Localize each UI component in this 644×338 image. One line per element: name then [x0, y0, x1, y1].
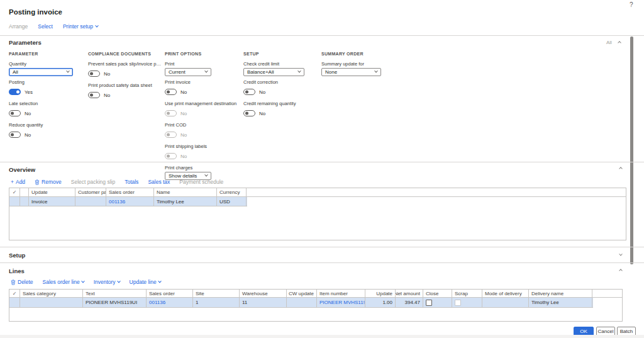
select-all-column[interactable]: ✓ — [9, 290, 20, 297]
credit-correction-toggle[interactable]: No — [243, 89, 265, 96]
print-cod-field: Print COD No — [165, 122, 238, 140]
column-header-warehouse[interactable]: Warehouse — [240, 290, 287, 297]
use-print-mgmt-toggle: No — [165, 110, 187, 117]
mode-of-delivery-cell[interactable] — [482, 298, 529, 307]
overview-section-title[interactable]: Overview — [9, 166, 35, 173]
menu-printer-setup[interactable]: Printer setup — [63, 23, 98, 30]
column-header-scrap[interactable]: Scrap — [452, 290, 482, 297]
quantity-select[interactable]: All — [9, 68, 73, 76]
sales-category-cell[interactable] — [20, 298, 83, 307]
sales-tax-button[interactable]: Sales tax — [148, 179, 170, 185]
cw-update-cell[interactable] — [287, 298, 317, 307]
column-header-customer-packing[interactable]: Customer packi... — [75, 188, 106, 196]
posting-field: Posting Yes — [9, 79, 80, 98]
menu-select[interactable]: Select — [38, 23, 53, 30]
lines-collapse[interactable] — [619, 269, 622, 272]
customer-packing-cell[interactable] — [75, 197, 106, 206]
column-header-net-amount[interactable]: Net amount — [396, 290, 423, 297]
reduce-quantity-field: Reduce quantity No — [9, 122, 80, 140]
parameters-all-label[interactable]: All — [606, 40, 612, 45]
summary-order-group: SUMMARY ORDER Summary update for None — [321, 52, 394, 79]
print-charges-field: Print charges Show details — [165, 165, 238, 180]
print-product-safety-field: Print product safety data sheet No — [88, 82, 161, 101]
column-header-text[interactable]: Text — [83, 290, 147, 297]
vertical-scrollbar[interactable] — [630, 37, 633, 264]
parameters-section-title[interactable]: Parameters — [9, 39, 42, 46]
update-cell[interactable]: 1.00 — [365, 298, 396, 307]
check-credit-limit-select[interactable]: Balance+All — [243, 68, 304, 76]
credit-remaining-qty-toggle[interactable]: No — [243, 110, 265, 117]
column-header-name[interactable]: Name — [154, 188, 217, 196]
text-cell[interactable]: PIONEER MVHS119UI — [83, 298, 147, 307]
chevron-down-icon — [297, 69, 301, 72]
bottom-strip — [0, 335, 644, 338]
delete-button[interactable]: Delete — [11, 279, 33, 285]
sales-order-line-menu[interactable]: Sales order line — [43, 279, 84, 285]
toggle-pill — [165, 132, 177, 138]
row-select-cell[interactable] — [9, 298, 20, 307]
print-select[interactable]: Current — [165, 68, 211, 76]
help-icon[interactable]: ? — [630, 1, 633, 8]
close-checkbox[interactable] — [426, 300, 432, 306]
check-icon: ✓ — [13, 189, 17, 195]
reduce-quantity-toggle[interactable]: No — [9, 132, 31, 138]
name-cell[interactable]: Timothy Lee — [154, 197, 217, 206]
column-header-currency[interactable]: Currency — [217, 188, 247, 196]
credit-remaining-qty-field: Credit remaining quantity No — [243, 101, 316, 119]
column-header-sales-category[interactable]: Sales category — [20, 290, 83, 297]
column-header-sales-order[interactable]: Sales order — [106, 188, 154, 196]
column-header-mode-of-delivery[interactable]: Mode of delivery — [482, 290, 529, 297]
lines-row[interactable]: PIONEER MVHS119UI 001136 1 11 PIONEER MV… — [9, 298, 593, 308]
summary-update-for-field: Summary update for None — [321, 61, 394, 76]
column-header-close[interactable]: Close — [423, 290, 452, 297]
print-invoice-toggle[interactable]: No — [165, 89, 187, 96]
warehouse-cell[interactable]: 11 — [240, 298, 287, 307]
sales-order-cell[interactable]: 001136 — [106, 197, 154, 206]
item-number-cell[interactable]: PIONEER MVHS119UI — [317, 298, 365, 307]
update-cell[interactable]: Invoice — [29, 197, 75, 206]
delivery-name-cell[interactable]: Timothy Lee — [529, 298, 592, 307]
setup-expand[interactable] — [619, 254, 622, 256]
lines-section-title[interactable]: Lines — [9, 268, 25, 274]
credit-correction-field: Credit correction No — [243, 79, 316, 98]
column-header-update[interactable]: Update — [365, 290, 396, 297]
row-select-cell[interactable] — [9, 197, 20, 206]
chevron-down-icon — [81, 279, 85, 283]
quantity-field: Quantity All — [9, 61, 80, 76]
sales-order-link[interactable]: 001136 — [149, 300, 165, 305]
delete-icon — [11, 279, 16, 285]
sales-order-link[interactable]: 001136 — [109, 199, 125, 205]
totals-button[interactable]: Totals — [125, 179, 138, 185]
sales-order-cell[interactable]: 001136 — [147, 298, 193, 307]
currency-cell[interactable]: USD — [217, 197, 247, 206]
column-header-cw-update[interactable]: CW update — [287, 290, 317, 297]
select-all-column[interactable]: ✓ — [9, 188, 20, 196]
column-header-update[interactable]: Update — [29, 188, 75, 196]
item-number-link[interactable]: PIONEER MVHS119UI — [319, 300, 365, 305]
toggle-pill — [9, 89, 21, 95]
parameters-collapse[interactable]: All — [606, 40, 621, 45]
chevron-down-icon — [158, 279, 162, 283]
add-icon: + — [11, 179, 14, 185]
posting-toggle[interactable]: Yes — [9, 89, 33, 96]
column-header-site[interactable]: Site — [193, 290, 240, 297]
prevent-sales-pack-slip-toggle[interactable]: No — [88, 70, 110, 77]
add-button[interactable]: + Add — [11, 179, 25, 185]
late-selection-toggle[interactable]: No — [9, 110, 31, 117]
print-product-safety-toggle[interactable]: No — [88, 92, 110, 99]
setup-section-title[interactable]: Setup — [9, 252, 25, 259]
summary-update-for-select[interactable]: None — [321, 68, 381, 76]
overview-row[interactable]: Invoice 001136 Timothy Lee USD — [9, 197, 247, 206]
column-header-sales-order[interactable]: Sales order — [147, 290, 193, 297]
column-header-delivery-name[interactable]: Delivery name — [529, 290, 592, 297]
column-header-item-number[interactable]: Item number — [317, 290, 365, 297]
inventory-menu[interactable]: Inventory — [94, 279, 120, 285]
print-shipping-labels-toggle: No — [165, 153, 187, 160]
net-amount-cell[interactable]: 394.47 — [396, 298, 423, 307]
chevron-down-icon — [204, 69, 208, 72]
site-cell[interactable]: 1 — [193, 298, 240, 307]
remove-button[interactable]: Remove — [35, 179, 62, 185]
print-field: Print Current — [165, 61, 238, 76]
overview-collapse[interactable] — [619, 167, 622, 170]
update-line-menu[interactable]: Update line — [130, 279, 161, 285]
